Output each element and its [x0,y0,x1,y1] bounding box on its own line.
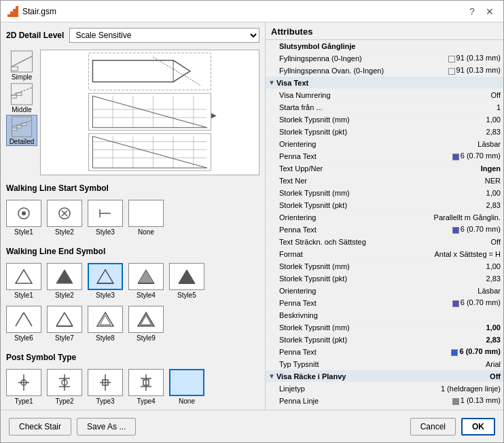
attr-row-penna2: Penna Text 6 (0.70 mm) [266,224,503,236]
check-stair-button[interactable]: Check Stair [9,418,71,436]
attr-section-visatext[interactable]: ▼ Visa Text [266,77,503,89]
attr-pennalinje-val: 1 (0.13 mm) [452,396,501,404]
detailed-label: Detailed [10,138,35,145]
wle-style9-svg [131,308,161,330]
wls-style1-svg [9,202,39,224]
svg-marker-55 [138,270,154,283]
wle-style7[interactable]: Style7 [47,306,82,342]
svg-rect-12 [12,128,16,130]
attr-orient1-val: Läsbar [478,140,501,148]
attr-fyllovan: Fyllningspenna Ovan. (0-Ingen) [279,67,446,75]
wle-style9[interactable]: Style9 [128,306,164,342]
walking-line-end-row2: Style6 Style7 [6,306,259,342]
visa-racke-collapse: ▼ [268,372,275,380]
attr-storlek4pkt-val: 2,83 [486,336,501,344]
ok-button[interactable]: OK [461,418,495,436]
svg-rect-6 [11,67,18,71]
attr-penna1: Penna Text [279,152,450,160]
side-nav-middle[interactable]: Middle [6,82,37,113]
ps-type1-label: Type1 [14,397,33,405]
wle-style5-box [169,263,204,290]
attr-storlek1: Storlek Typsnitt (mm) [279,116,484,124]
ps-none[interactable]: None [169,369,204,405]
side-nav-detailed[interactable]: Detailed [6,115,37,146]
wle-style2-label: Style2 [55,291,74,299]
attr-textuppner-val: Ingen [481,164,501,173]
attr-row-penna3: Penna Text 6 (0.70 mm) [266,297,503,309]
wle-style3[interactable]: Style3 [88,263,123,299]
ps-type1-box [6,369,41,396]
side-nav: Simple Middle [6,50,37,175]
attr-row-storlek1: Storlek Typsnitt (mm) 1,00 [266,113,503,126]
attr-row-fyllovan: Fyllningspenna Ovan. (0-Ingen) 91 (0.13 … [266,65,503,77]
wle-style2[interactable]: Style2 [47,263,82,299]
attr-orient3: Orientering [279,287,475,295]
post-symbol-row: Type1 Type2 [6,369,259,405]
attr-storlek1pkt: Storlek Typsnitt (pkt) [279,128,484,136]
attr-format-val: Antal x Sättsteg = H [434,250,501,258]
attr-row-fyll0: Fyllningspenna (0-Ingen) 91 (0.13 mm) [266,52,503,65]
ps-type3[interactable]: Type3 [88,369,123,405]
attr-row-textner: Text Ner NER [266,175,503,187]
svg-line-59 [16,313,24,326]
penna1-swatch [452,154,459,160]
svg-marker-65 [100,315,111,325]
save-as-button[interactable]: Save As ... [77,418,136,436]
wls-style1[interactable]: Style1 [6,200,41,236]
wls-none[interactable]: None [128,200,164,236]
ps-type4[interactable]: Type4 [128,369,164,405]
wle-style9-label: Style9 [137,334,156,342]
close-button[interactable]: ✕ [483,5,497,18]
attr-header: Attributes [266,22,503,40]
attr-row-storlek4pkt: Storlek Typsnitt (pkt) 2,83 [266,334,503,346]
wle-style2-box [47,263,82,290]
attr-storlek1pkt-val: 2,83 [486,128,501,136]
wle-style9-box [128,306,164,333]
attr-orient3-val: Läsbar [478,287,501,295]
ps-type1[interactable]: Type1 [6,369,41,405]
attr-row-storlek3pkt: Storlek Typsnitt (pkt) 2,83 [266,272,503,285]
attr-visatext: Visa Text [276,79,498,87]
ps-type3-box [88,369,123,396]
attr-row-penna4: Penna Text 6 (0.70 mm) [266,346,503,358]
cancel-button[interactable]: Cancel [410,418,456,436]
walking-line-end-title: Walking Line End Symbol [6,247,259,256]
wle-style8[interactable]: Style8 [88,306,123,342]
wle-style7-svg [50,308,79,330]
title-bar-left: Stair.gsm [7,6,56,17]
attr-linjetyp: Linjetyp [279,385,438,393]
wle-style6[interactable]: Style6 [6,306,41,342]
attr-storlek2: Storlek Typsnitt (mm) [279,189,484,197]
wls-style3[interactable]: Style3 [88,200,123,236]
svg-line-60 [24,313,32,326]
attr-section-visaracke[interactable]: ▼ Visa Räcke i Planvy Off [266,370,503,383]
penna4-swatch [451,349,458,356]
wle-style8-box [88,306,123,333]
svg-marker-52 [56,270,73,283]
wls-style2[interactable]: Style2 [47,200,82,236]
attr-row-pennalinje: Penna Linje 1 (0.13 mm) [266,395,503,407]
simple-label: Simple [12,73,33,81]
penna3-swatch [452,300,459,307]
svg-marker-17 [92,60,190,82]
wle-style3-box [88,263,123,290]
wle-style5[interactable]: Style5 [169,263,204,299]
side-nav-simple[interactable]: Simple [6,50,37,81]
help-button[interactable]: ? [465,5,479,18]
pennalinje-swatch [452,398,459,405]
wle-style1[interactable]: Style1 [6,263,41,299]
ps-type2[interactable]: Type2 [47,369,82,405]
wls-style2-svg [50,202,79,224]
wle-style7-box [47,306,82,333]
attr-penna4-val: 6 (0.70 mm) [451,347,501,355]
wle-style3-svg [90,266,120,287]
detail-level-label: 2D Detail Level [6,31,64,40]
wle-style4[interactable]: Style4 [128,263,164,299]
ps-type2-label: Type2 [55,397,73,405]
attr-fyllovan-val: 91 (0.13 mm) [448,66,501,74]
post-symbol-title: Post Symbol Type [6,353,259,362]
detail-level-select[interactable]: Scale Sensitive [69,28,259,43]
attr-row-orient3: Orientering Läsbar [266,285,503,297]
attr-list[interactable]: Slutsymbol Gånglinje Fyllningspenna (0-I… [266,40,503,410]
attr-row-storlek1pkt: Storlek Typsnitt (pkt) 2,83 [266,126,503,138]
